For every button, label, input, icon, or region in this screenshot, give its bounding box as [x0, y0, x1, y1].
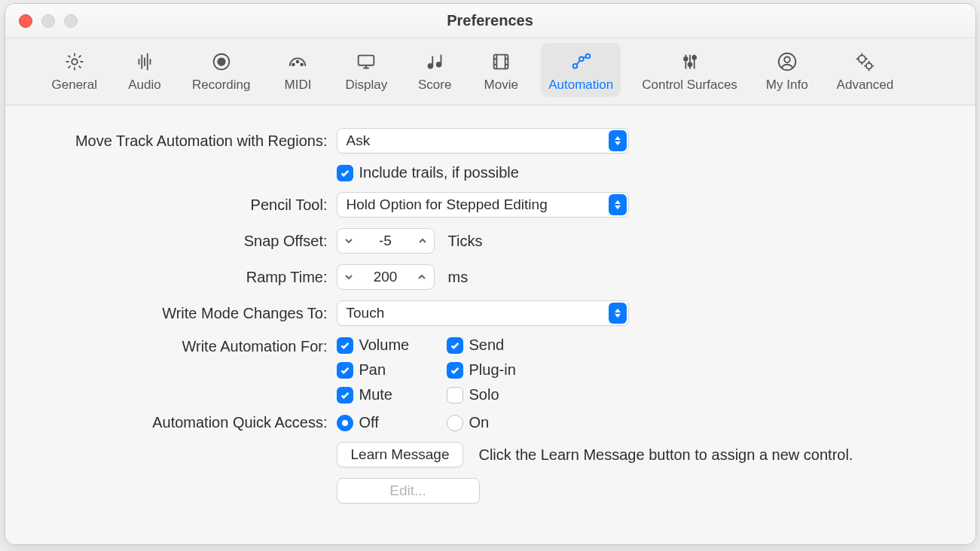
waveform-icon	[132, 49, 157, 75]
close-window-button[interactable]	[19, 14, 32, 28]
checkbox-label: Plug-in	[469, 361, 516, 379]
edit-button: Edit...	[337, 478, 480, 504]
write-mute-checkbox[interactable]: Mute	[337, 386, 442, 403]
ramp-time-unit: ms	[448, 269, 469, 286]
tab-label: Movie	[484, 78, 518, 93]
pencil-tool-popup[interactable]: Hold Option for Stepped Editing	[337, 192, 629, 218]
write-automation-for-label: Write Automation For:	[20, 336, 337, 355]
svg-point-2	[218, 58, 224, 65]
tab-display[interactable]: Display	[337, 43, 395, 97]
radio-label: Off	[359, 414, 379, 431]
include-trails-checkbox[interactable]: Include trails, if possible	[337, 164, 519, 181]
move-automation-label: Move Track Automation with Regions:	[20, 132, 337, 150]
svg-rect-6	[359, 56, 374, 65]
svg-point-4	[297, 61, 299, 63]
automation-icon	[568, 49, 594, 75]
tab-movie[interactable]: Movie	[475, 43, 527, 97]
popup-arrows-icon	[609, 194, 627, 215]
window-controls	[19, 14, 78, 28]
write-send-checkbox[interactable]: Send	[447, 336, 567, 354]
checkbox-label: Send	[469, 336, 505, 354]
quick-access-off-radio[interactable]: Off	[337, 414, 442, 431]
checkmark-icon	[447, 337, 463, 354]
svg-point-3	[292, 63, 295, 65]
tab-midi[interactable]: MIDI	[271, 43, 324, 97]
popup-arrows-icon	[609, 303, 627, 324]
write-solo-checkbox[interactable]: Solo	[447, 386, 567, 403]
quick-access-on-radio[interactable]: On	[447, 414, 567, 431]
svg-point-18	[859, 56, 866, 62]
radio-empty-icon	[447, 415, 463, 431]
svg-point-15	[692, 56, 696, 59]
tab-label: Score	[418, 78, 451, 93]
minimize-window-button[interactable]	[41, 14, 55, 28]
svg-point-17	[784, 56, 790, 62]
svg-point-0	[72, 59, 78, 65]
popup-value: Touch	[347, 305, 385, 321]
stepper-value: -5	[371, 233, 399, 249]
tab-audio[interactable]: Audio	[118, 43, 171, 97]
tab-label: Recording	[192, 78, 251, 93]
tab-my-info[interactable]: My Info	[759, 43, 816, 97]
move-automation-popup[interactable]: Ask	[337, 128, 629, 154]
music-notes-icon	[422, 49, 447, 75]
display-icon	[353, 49, 379, 75]
svg-point-19	[866, 63, 872, 69]
titlebar: Preferences	[5, 4, 975, 38]
checkmark-icon	[337, 165, 353, 181]
tab-label: Automation	[548, 78, 613, 93]
person-circle-icon	[774, 49, 800, 75]
snap-offset-label: Snap Offset:	[20, 233, 337, 250]
tab-label: My Info	[766, 78, 808, 93]
zoom-window-button[interactable]	[64, 14, 78, 28]
button-label: Edit...	[389, 483, 426, 499]
checkmark-icon	[337, 337, 353, 354]
learn-message-hint: Click the Learn Message button to assign…	[478, 446, 853, 464]
write-mode-label: Write Mode Changes To:	[20, 305, 337, 322]
popup-value: Ask	[347, 132, 371, 149]
preferences-toolbar: General Audio Recording MIDI Display	[5, 38, 975, 105]
svg-point-5	[301, 63, 304, 65]
tab-automation[interactable]: Automation	[541, 43, 621, 97]
tab-recording[interactable]: Recording	[185, 43, 258, 97]
tab-score[interactable]: Score	[408, 43, 461, 97]
preferences-window: Preferences General Audio Recording MI	[5, 3, 976, 545]
tab-label: Advanced	[837, 78, 894, 93]
ramp-time-label: Ramp Time:	[20, 269, 337, 286]
write-plugin-checkbox[interactable]: Plug-in	[447, 361, 567, 379]
learn-message-button[interactable]: Learn Message	[337, 442, 464, 467]
write-volume-checkbox[interactable]: Volume	[337, 336, 442, 354]
gear-icon	[62, 49, 87, 75]
stepper-value: 200	[366, 269, 405, 285]
midi-port-icon	[285, 49, 310, 75]
quick-access-label: Automation Quick Access:	[20, 414, 337, 431]
tab-advanced[interactable]: Advanced	[829, 43, 902, 97]
tab-label: Audio	[128, 78, 160, 93]
chevron-down-icon[interactable]	[340, 267, 357, 287]
snap-offset-stepper[interactable]: -5	[337, 228, 435, 254]
write-mode-popup[interactable]: Touch	[337, 300, 629, 326]
tab-general[interactable]: General	[44, 43, 105, 97]
tab-label: Display	[345, 78, 387, 93]
chevron-down-icon[interactable]	[340, 231, 357, 251]
checkbox-label: Solo	[469, 386, 499, 403]
film-icon	[488, 49, 514, 75]
ramp-time-stepper[interactable]: 200	[337, 264, 435, 290]
radio-checked-icon	[337, 415, 353, 431]
write-pan-checkbox[interactable]: Pan	[337, 361, 442, 379]
checkbox-empty-icon	[447, 387, 463, 403]
pencil-tool-label: Pencil Tool:	[20, 196, 337, 214]
automation-pane: Move Track Automation with Regions: Ask …	[5, 105, 975, 544]
checkbox-label: Volume	[359, 336, 410, 354]
tab-label: General	[52, 78, 97, 93]
svg-point-13	[684, 57, 688, 61]
chevron-up-icon[interactable]	[414, 267, 430, 287]
chevron-up-icon[interactable]	[414, 231, 431, 251]
tab-label: Control Surfaces	[642, 78, 737, 93]
checkbox-label: Include trails, if possible	[359, 164, 519, 181]
sliders-icon	[677, 49, 703, 75]
checkmark-icon	[447, 362, 463, 379]
button-label: Learn Message	[351, 446, 450, 463]
tab-label: MIDI	[285, 78, 312, 93]
tab-control-surfaces[interactable]: Control Surfaces	[634, 43, 745, 97]
